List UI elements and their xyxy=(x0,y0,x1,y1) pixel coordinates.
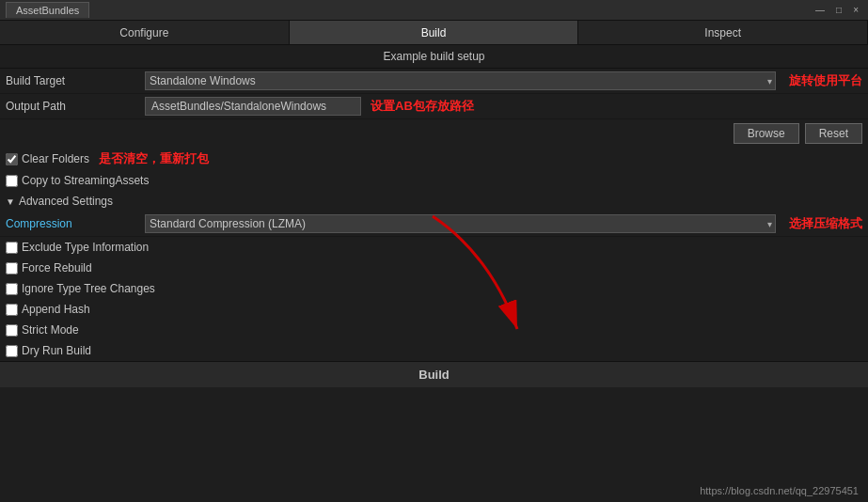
minimize-button[interactable]: — xyxy=(812,5,829,15)
exclude-type-row: Exclude Type Information xyxy=(0,237,868,258)
compression-label: Compression xyxy=(6,217,145,230)
build-target-label: Build Target xyxy=(6,74,145,87)
window-title-tab: AssetBundles xyxy=(6,2,89,18)
build-button-row[interactable]: Build xyxy=(0,361,868,387)
compression-annotation: 选择压缩格式 xyxy=(789,215,862,232)
force-rebuild-label: Force Rebuild xyxy=(22,261,92,275)
append-hash-label: Append Hash xyxy=(22,303,90,316)
subtitle: Example build setup xyxy=(0,45,868,69)
compression-value: Standard Compression (LZMA) No Compressi… xyxy=(145,214,862,233)
exclude-type-label: Exclude Type Information xyxy=(22,241,149,254)
close-button[interactable]: × xyxy=(849,5,862,15)
content-area: Build Target Standalone Windows 旋转使用平台 O… xyxy=(0,69,868,361)
output-path-row: Output Path 设置AB包存放路径 xyxy=(0,94,868,119)
strict-mode-label: Strict Mode xyxy=(22,323,79,337)
dry-run-row: Dry Run Build xyxy=(0,340,868,361)
advanced-settings-header[interactable]: ▼ Advanced Settings xyxy=(0,191,868,212)
ignore-type-tree-row: Ignore Type Tree Changes xyxy=(0,278,868,299)
ignore-type-tree-label: Ignore Type Tree Changes xyxy=(22,282,155,295)
force-rebuild-row: Force Rebuild xyxy=(0,258,868,278)
tab-build[interactable]: Build xyxy=(290,21,579,44)
output-path-value: 设置AB包存放路径 xyxy=(145,97,862,116)
tab-bar: Configure Build Inspect xyxy=(0,21,868,45)
clear-folders-label: Clear Folders xyxy=(22,152,89,165)
build-target-dropdown-wrapper: Standalone Windows xyxy=(145,71,776,90)
footer-url: https://blog.csdn.net/qq_22975451 xyxy=(700,485,859,496)
dry-run-checkbox[interactable] xyxy=(6,345,18,357)
ignore-type-tree-checkbox[interactable] xyxy=(6,283,18,295)
compression-select[interactable]: Standard Compression (LZMA) No Compressi… xyxy=(145,214,776,233)
maximize-button[interactable]: □ xyxy=(832,5,845,15)
compression-row: Compression Standard Compression (LZMA) … xyxy=(0,212,868,237)
output-path-input[interactable] xyxy=(145,97,361,116)
clear-folders-annotation: 是否清空，重新打包 xyxy=(99,150,209,167)
advanced-settings-label: Advanced Settings xyxy=(19,195,113,208)
build-target-annotation: 旋转使用平台 xyxy=(789,72,862,89)
title-bar: AssetBundles — □ × xyxy=(0,0,868,21)
append-hash-checkbox[interactable] xyxy=(6,304,18,316)
copy-to-streaming-checkbox[interactable] xyxy=(6,175,18,187)
copy-to-streaming-row: Copy to StreamingAssets xyxy=(0,170,868,191)
dry-run-label: Dry Run Build xyxy=(22,344,91,357)
advanced-settings-arrow: ▼ xyxy=(6,196,15,207)
output-path-annotation: 设置AB包存放路径 xyxy=(371,98,474,115)
clear-folders-row: Clear Folders 是否清空，重新打包 xyxy=(0,148,868,170)
force-rebuild-checkbox[interactable] xyxy=(6,262,18,275)
output-path-label: Output Path xyxy=(6,100,145,113)
strict-mode-checkbox[interactable] xyxy=(6,324,18,337)
copy-to-streaming-label: Copy to StreamingAssets xyxy=(22,174,149,187)
exclude-type-checkbox[interactable] xyxy=(6,242,18,254)
build-target-select[interactable]: Standalone Windows xyxy=(145,71,776,90)
window-controls: — □ × xyxy=(812,5,862,15)
tab-configure[interactable]: Configure xyxy=(0,21,290,44)
build-target-row: Build Target Standalone Windows 旋转使用平台 xyxy=(0,69,868,94)
browse-button[interactable]: Browse xyxy=(734,123,799,144)
browse-reset-row: Browse Reset xyxy=(0,119,868,148)
tab-inspect[interactable]: Inspect xyxy=(578,21,868,44)
compression-dropdown-wrapper: Standard Compression (LZMA) No Compressi… xyxy=(145,214,776,233)
build-target-value: Standalone Windows 旋转使用平台 xyxy=(145,71,862,90)
append-hash-row: Append Hash xyxy=(0,299,868,320)
strict-mode-row: Strict Mode xyxy=(0,320,868,340)
clear-folders-checkbox[interactable] xyxy=(6,153,18,165)
main-window: AssetBundles — □ × Configure Build Inspe… xyxy=(0,0,868,502)
build-button: Build xyxy=(418,368,450,382)
reset-button[interactable]: Reset xyxy=(805,123,862,144)
